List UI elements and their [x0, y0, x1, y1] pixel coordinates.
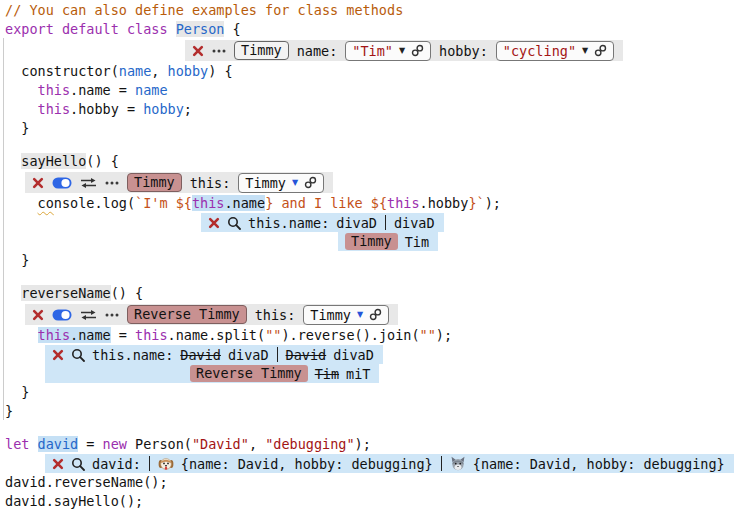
code-line: export default class Person { [5, 20, 749, 39]
code-line: david.reverseName(); [5, 473, 749, 492]
probe-example-old-value: Tim [315, 366, 339, 382]
close-icon[interactable] [192, 45, 204, 57]
probe-example-value: Tim [405, 234, 429, 250]
code-token: david.sayHello(); [5, 493, 143, 509]
dog-icon [158, 456, 174, 472]
code-token: "" [265, 327, 281, 343]
name-value-dropdown[interactable]: "Tim" ▼ [345, 41, 431, 61]
more-icon[interactable] [105, 181, 119, 185]
hobby-value-dropdown[interactable]: "cycling" ▼ [496, 41, 614, 61]
this-example-dropdown[interactable]: Timmy ▼ [303, 305, 389, 325]
close-icon[interactable] [32, 309, 44, 321]
code-token: } [5, 120, 29, 136]
code-token: } [5, 252, 29, 268]
more-icon[interactable] [212, 49, 226, 53]
code-token: .name [224, 195, 265, 211]
code-line: } [5, 383, 749, 402]
probe-this-name-sayhello: this.name: divaD divaD Timmy Tim [201, 213, 444, 251]
code-token: this [135, 327, 168, 343]
chevron-down-icon: ▼ [292, 179, 298, 187]
search-icon[interactable] [71, 348, 85, 362]
value-separator [441, 456, 442, 471]
code-line: } [5, 402, 749, 421]
code-token: `I'm [135, 195, 176, 211]
probe-old-value: David [180, 347, 221, 363]
link-icon[interactable] [304, 176, 317, 189]
probe-old-value: David [286, 347, 327, 363]
toggle-on-icon[interactable] [52, 309, 72, 321]
code-token: this [387, 195, 420, 211]
dropdown-value: "cycling" [503, 43, 576, 59]
link-icon[interactable] [594, 44, 607, 57]
code-token: hobby [143, 101, 184, 117]
example-chip-timmy[interactable]: Timmy [345, 233, 398, 250]
close-icon[interactable] [32, 177, 44, 189]
code-token: , [151, 63, 167, 79]
code-token: this [38, 101, 71, 117]
code-token: Person [176, 21, 225, 37]
probe-value: divaD [336, 215, 377, 231]
probe-row: this.name: David divaD David divaD [45, 345, 383, 364]
probe-row: Timmy Tim [338, 232, 438, 251]
more-icon[interactable] [105, 313, 119, 317]
code-line: // You can also define examples for clas… [5, 1, 749, 20]
code-token: this [38, 82, 71, 98]
code-line: } [5, 119, 749, 138]
example-button-timmy[interactable]: Timmy [127, 173, 182, 192]
value-separator [385, 215, 386, 230]
code-token: ); [485, 195, 501, 211]
code-token: constructor( [5, 63, 119, 79]
code-token: david [38, 436, 79, 452]
dropdown-value: Timmy [310, 307, 351, 323]
code-token: sayHello [21, 153, 86, 169]
code-token: .name [70, 327, 111, 343]
close-icon[interactable] [208, 217, 220, 229]
this-example-dropdown[interactable]: Timmy ▼ [238, 173, 324, 193]
code-token: ) { [208, 63, 232, 79]
search-icon[interactable] [227, 216, 241, 230]
probe-row: Reverse Timmy Tim miT [45, 364, 379, 383]
editor-surface[interactable]: // You can also define examples for clas… [0, 0, 749, 511]
probe-row: david: {name: David, hobby: debugging} [45, 454, 734, 473]
search-icon[interactable] [71, 457, 85, 471]
code-token: reverseName [21, 285, 110, 301]
this-label: this: [190, 175, 231, 191]
example-chip-reverse-timmy[interactable]: Reverse Timmy [190, 365, 308, 382]
example-button-timmy[interactable]: Timmy [234, 41, 289, 60]
code-token: david.reverseName(); [5, 474, 168, 490]
example-button-reverse-timmy[interactable]: Reverse Timmy [127, 305, 247, 324]
code-token: name [119, 63, 152, 79]
chevron-down-icon: ▼ [357, 311, 363, 319]
code-line: constructor(name, hobby) { [5, 62, 749, 81]
code-token: ; [184, 101, 192, 117]
reversename-example-widget: Reverse Timmy this: Timmy ▼ [25, 304, 398, 325]
code-line [5, 270, 749, 284]
code-token: .name.split( [168, 327, 266, 343]
code-token: ${ [176, 195, 192, 211]
code-token: "debugging" [265, 436, 354, 452]
chevron-down-icon: ▼ [399, 47, 405, 55]
code-line: reverseName() { [5, 284, 749, 303]
code-token: { [224, 21, 240, 37]
code-token: .hobby [420, 195, 469, 211]
close-icon[interactable] [52, 349, 64, 361]
dropdown-value: "Tim" [352, 43, 393, 59]
probe-value: divaD [394, 215, 435, 231]
hobby-param-label: hobby: [439, 43, 488, 59]
dropdown-value: Timmy [245, 175, 286, 191]
probe-value: {name: David, hobby: debugging} [181, 456, 433, 472]
code-line: let david = new Person("David", "debuggi… [5, 435, 749, 454]
toggle-on-icon[interactable] [52, 177, 72, 189]
link-icon[interactable] [369, 308, 382, 321]
code-line: this.name = this.name.split("").reverse(… [5, 326, 749, 345]
code-token: this [38, 327, 71, 343]
code-token: "" [420, 327, 436, 343]
probe-label: this.name: [92, 347, 173, 363]
link-icon[interactable] [411, 44, 424, 57]
close-icon[interactable] [52, 458, 64, 470]
probe-this-name-reversename: this.name: David divaD David divaD Rever… [45, 345, 383, 383]
probe-david: david: {name: David, hobby: debugging} [45, 454, 734, 473]
swap-arrows-icon[interactable] [80, 309, 97, 321]
code-line: david.sayHello(); [5, 492, 749, 511]
swap-arrows-icon[interactable] [80, 177, 97, 189]
